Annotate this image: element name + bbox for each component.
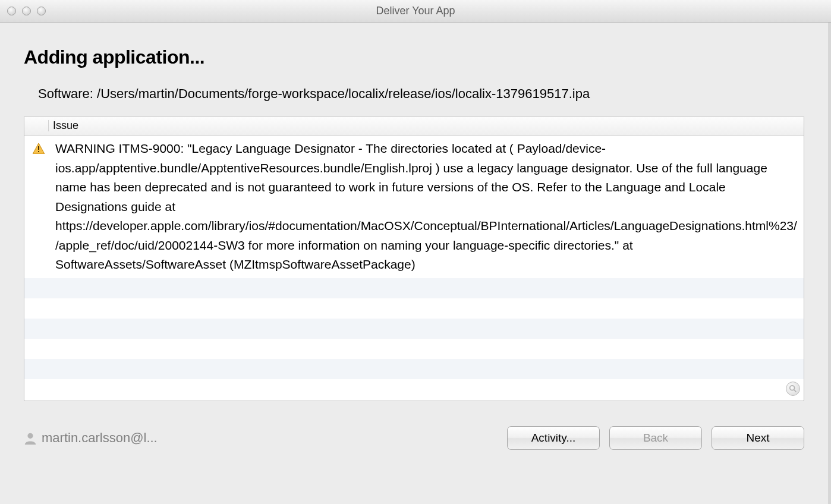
- activity-button[interactable]: Activity...: [507, 426, 600, 450]
- svg-line-3: [794, 390, 797, 392]
- empty-row: [24, 319, 804, 339]
- next-button[interactable]: Next: [712, 426, 804, 450]
- software-label: Software:: [38, 86, 93, 101]
- back-button[interactable]: Back: [609, 426, 702, 450]
- window-body: Adding application... Software: /Users/m…: [0, 23, 831, 504]
- window-title: Deliver Your App: [0, 5, 831, 17]
- table-row[interactable]: WARNING ITMS-9000: "Legacy Language Desi…: [24, 136, 804, 278]
- svg-point-4: [27, 433, 33, 439]
- svg-point-2: [790, 386, 795, 390]
- titlebar: Deliver Your App: [0, 0, 831, 23]
- user-icon: [24, 431, 37, 445]
- svg-rect-1: [38, 151, 39, 152]
- user-email: martin.carlsson@l...: [42, 430, 158, 446]
- page-title: Adding application...: [24, 46, 804, 68]
- empty-row: [24, 278, 804, 298]
- issue-table: Issue WARNING ITMS-9000: "Legacy Languag…: [24, 116, 804, 401]
- issue-column-label: Issue: [53, 119, 78, 132]
- signed-in-user: martin.carlsson@l...: [24, 430, 158, 446]
- footer: martin.carlsson@l... Activity... Back Ne…: [24, 426, 804, 467]
- footer-buttons: Activity... Back Next: [507, 426, 804, 450]
- search-icon[interactable]: [786, 382, 800, 396]
- empty-row: [24, 359, 804, 379]
- software-path-line: Software: /Users/martin/Documents/forge-…: [38, 86, 804, 102]
- svg-rect-0: [38, 146, 39, 150]
- software-path: /Users/martin/Documents/forge-workspace/…: [97, 86, 590, 101]
- issue-column-header[interactable]: Issue: [24, 116, 804, 136]
- issue-rows: WARNING ITMS-9000: "Legacy Language Desi…: [24, 136, 804, 401]
- empty-row: [24, 339, 804, 359]
- column-separator: [48, 120, 49, 131]
- issue-text: WARNING ITMS-9000: "Legacy Language Desi…: [47, 139, 798, 275]
- empty-row: [24, 298, 804, 319]
- warning-icon: [30, 139, 47, 160]
